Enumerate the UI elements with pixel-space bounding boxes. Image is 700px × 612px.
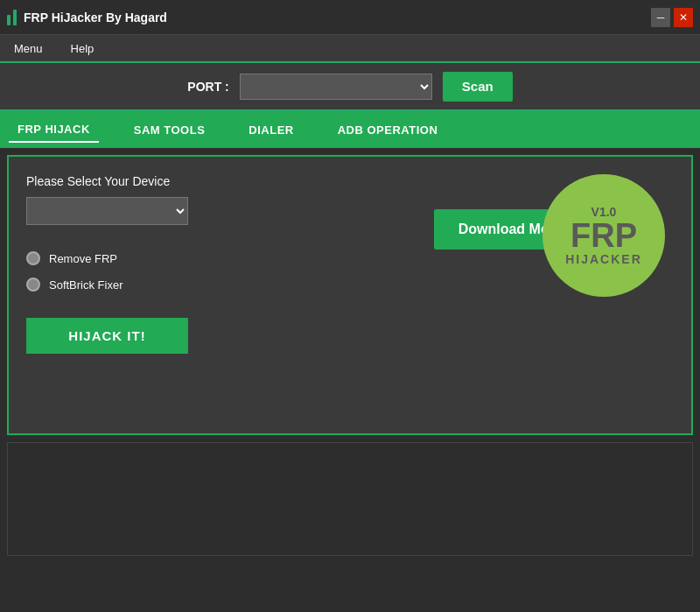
frp-sub-text: HIJACKER <box>565 252 642 266</box>
hijack-button[interactable]: HIJACK IT! <box>26 318 188 354</box>
port-bar: PORT : Scan <box>0 63 700 111</box>
radio-group: Remove FRP SoftBrick Fixer <box>26 251 350 292</box>
tab-dialer[interactable]: DIALER <box>240 118 302 142</box>
main-content: Please Select Your Device Remove FRP Sof… <box>7 155 693 435</box>
menu-bar: Menu Help <box>0 35 700 63</box>
radio-circle-1 <box>26 251 40 265</box>
scan-button[interactable]: Scan <box>443 72 513 102</box>
tab-frp-hijack[interactable]: FRP HIJACK <box>9 117 99 143</box>
frp-main-text: FRP <box>570 219 637 252</box>
log-area <box>7 442 693 556</box>
device-section: Please Select Your Device Remove FRP Sof… <box>26 174 350 416</box>
title-bar-left: FRP HiJacker By Hagard <box>7 10 167 25</box>
frp-logo: V1.0 FRP HIJACKER <box>542 174 665 297</box>
device-select-label: Please Select Your Device <box>26 174 350 188</box>
device-select[interactable] <box>26 197 188 225</box>
tab-sam-tools[interactable]: SAM TOOLS <box>125 118 214 142</box>
radio-circle-2 <box>26 278 40 292</box>
tabs: FRP HIJACK SAM TOOLS DIALER ADB OPERATIO… <box>0 111 700 148</box>
radio-label-softbrick-fixer: SoftBrick Fixer <box>49 278 123 292</box>
window-title: FRP HiJacker By Hagard <box>24 11 167 25</box>
menu-item-help[interactable]: Help <box>66 39 100 59</box>
radio-label-remove-frp: Remove FRP <box>49 252 117 265</box>
port-label: PORT : <box>187 80 228 94</box>
app-icon <box>7 10 17 25</box>
tab-adb-operation[interactable]: ADB OPERATION <box>329 118 447 142</box>
minimize-button[interactable]: ─ <box>651 8 670 27</box>
menu-item-menu[interactable]: Menu <box>9 39 48 59</box>
port-select[interactable] <box>240 74 432 100</box>
radio-remove-frp[interactable]: Remove FRP <box>26 251 350 265</box>
window-controls: ─ ✕ <box>651 8 693 27</box>
icon-bar-2 <box>13 10 17 25</box>
radio-softbrick-fixer[interactable]: SoftBrick Fixer <box>26 278 350 292</box>
title-bar: FRP HiJacker By Hagard ─ ✕ <box>0 0 700 35</box>
icon-bar-1 <box>7 15 10 25</box>
close-button[interactable]: ✕ <box>674 8 693 27</box>
